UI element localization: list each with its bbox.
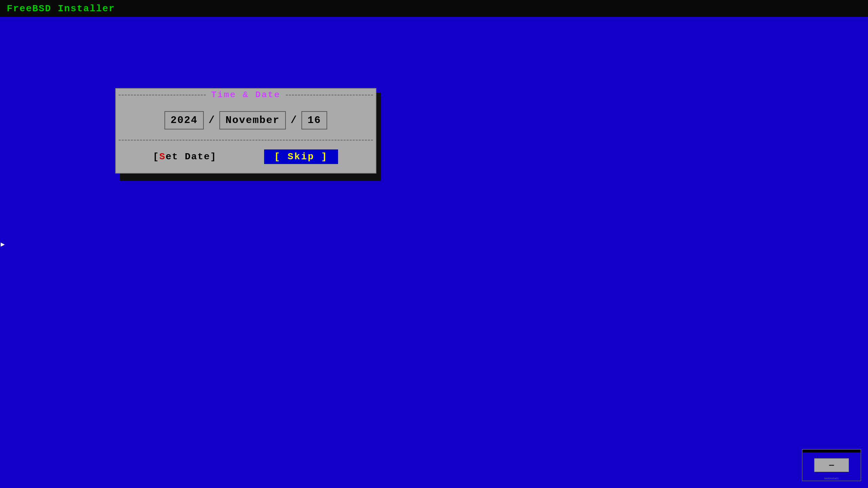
dialog-title-row: Time & Date bbox=[116, 89, 376, 101]
date-row: 2024 / November / 16 bbox=[116, 101, 376, 140]
set-date-label: et Date] bbox=[166, 151, 217, 162]
scroll-arrow-icon: ▶ bbox=[1, 241, 5, 248]
time-date-dialog: Time & Date 2024 / November / 16 [Set Da… bbox=[115, 88, 376, 174]
skip-label: [ Skip ] bbox=[274, 151, 328, 162]
thumb-content: ■■■■■■ bsdinstall bbox=[803, 450, 861, 481]
thumbnail-preview: ■■■■■■ bsdinstall bbox=[802, 449, 861, 481]
set-date-highlight: S bbox=[159, 151, 166, 162]
thumb-dialog-inner: ■■■■■■ bbox=[829, 464, 834, 466]
scroll-indicator[interactable]: ▶ bbox=[0, 239, 5, 250]
thumb-label: bsdinstall bbox=[824, 477, 839, 480]
thumb-top-bar bbox=[803, 450, 861, 452]
skip-button[interactable]: [ Skip ] bbox=[263, 149, 339, 165]
thumb-dialog: ■■■■■■ bbox=[814, 458, 849, 472]
day-field[interactable]: 16 bbox=[301, 111, 327, 129]
set-date-button[interactable]: [Set Date] bbox=[153, 151, 217, 162]
title-right-border bbox=[286, 95, 373, 96]
month-field[interactable]: November bbox=[219, 111, 286, 129]
title-left-border bbox=[119, 95, 206, 96]
date-separator-2: / bbox=[286, 115, 301, 126]
top-bar: FreeBSD Installer bbox=[0, 0, 868, 17]
separator-line: - - - - - - - - - - - - - - - - - - - - … bbox=[0, 18, 868, 20]
date-separator-1: / bbox=[204, 115, 219, 126]
buttons-row: [Set Date] [ Skip ] bbox=[116, 141, 376, 173]
separator-pattern: - - - - - - - - - - - - - - - - - - - - … bbox=[0, 18, 868, 20]
dialog-wrapper: Time & Date 2024 / November / 16 [Set Da… bbox=[115, 88, 376, 174]
dialog-title: Time & Date bbox=[209, 90, 283, 100]
app-title: FreeBSD Installer bbox=[7, 3, 115, 14]
year-field[interactable]: 2024 bbox=[164, 111, 204, 129]
